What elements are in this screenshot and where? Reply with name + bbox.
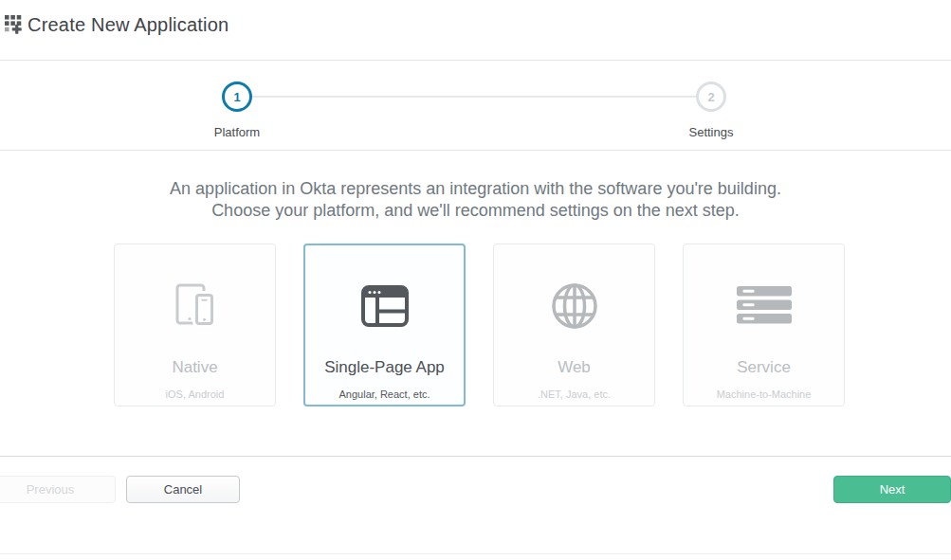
- intro-line-1: An application in Okta represents an int…: [0, 178, 951, 200]
- platform-card-row: Native iOS, Android Single-Page App Angu…: [114, 244, 845, 406]
- step-label-settings: Settings: [654, 125, 768, 139]
- next-button[interactable]: Next: [833, 476, 951, 503]
- stepper-connector-line: [252, 96, 696, 98]
- platform-card-single-page-app[interactable]: Single-Page App Angular, React, etc.: [303, 244, 466, 406]
- intro-line-2: Choose your platform, and we'll recommen…: [0, 200, 951, 222]
- step-label-platform: Platform: [180, 125, 294, 139]
- platform-card-title: Single-Page App: [324, 358, 445, 377]
- previous-button[interactable]: Previous: [0, 476, 116, 503]
- step-number: 2: [707, 90, 714, 104]
- cancel-button[interactable]: Cancel: [126, 476, 240, 503]
- platform-card-subtitle: .NET, Java, etc.: [538, 388, 611, 400]
- platform-card-title: Web: [558, 358, 591, 377]
- step-indicator-platform: 1: [222, 81, 252, 112]
- step-indicator-settings: 2: [696, 81, 726, 112]
- modal-header: Create New Application: [0, 0, 951, 61]
- footer-divider: [0, 456, 951, 457]
- platform-card-subtitle: Machine-to-Machine: [717, 388, 812, 400]
- server-stack-icon: [735, 280, 794, 333]
- mobile-devices-icon: [171, 280, 220, 333]
- wizard-body: An application in Okta represents an int…: [0, 151, 951, 222]
- platform-card-title: Service: [737, 358, 791, 377]
- platform-card-title: Native: [172, 358, 217, 377]
- globe-icon: [550, 280, 599, 333]
- platform-card-subtitle: iOS, Android: [166, 388, 225, 400]
- bottom-divider: [0, 553, 951, 554]
- platform-card-service[interactable]: Service Machine-to-Machine: [683, 244, 845, 406]
- app-grid-plus-icon: [5, 15, 24, 34]
- step-number: 1: [233, 90, 240, 104]
- platform-card-web[interactable]: Web .NET, Java, etc.: [493, 244, 655, 406]
- intro-text: An application in Okta represents an int…: [0, 178, 951, 222]
- platform-card-native[interactable]: Native iOS, Android: [114, 244, 276, 406]
- page-title: Create New Application: [27, 14, 229, 36]
- wizard-stepper: 1 2 Platform Settings: [0, 61, 951, 151]
- browser-window-icon: [361, 280, 409, 333]
- platform-card-subtitle: Angular, React, etc.: [339, 388, 430, 400]
